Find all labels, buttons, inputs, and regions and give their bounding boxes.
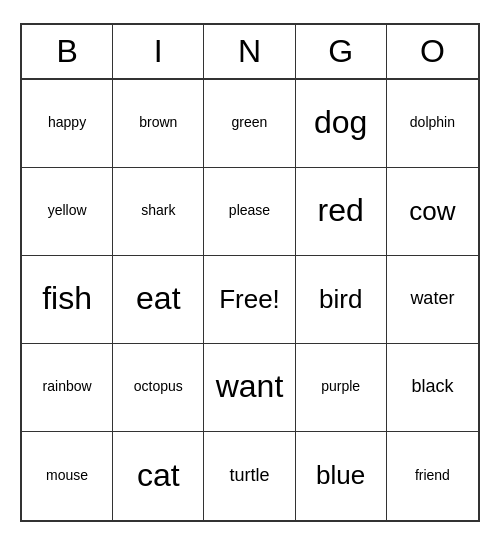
cell-text: shark [141, 203, 175, 218]
header-letter: N [204, 25, 295, 78]
bingo-grid: happybrowngreendogdolphinyellowsharkplea… [22, 80, 478, 520]
bingo-cell: green [204, 80, 295, 168]
cell-text: blue [316, 461, 365, 490]
bingo-cell: Free! [204, 256, 295, 344]
cell-text: happy [48, 115, 86, 130]
cell-text: cat [137, 458, 180, 493]
bingo-cell: happy [22, 80, 113, 168]
bingo-cell: water [387, 256, 478, 344]
cell-text: mouse [46, 468, 88, 483]
cell-text: dog [314, 105, 367, 140]
cell-text: turtle [229, 466, 269, 486]
bingo-cell: fish [22, 256, 113, 344]
cell-text: bird [319, 285, 362, 314]
bingo-cell: red [296, 168, 387, 256]
bingo-cell: eat [113, 256, 204, 344]
bingo-cell: yellow [22, 168, 113, 256]
cell-text: Free! [219, 285, 280, 314]
header-letter: G [296, 25, 387, 78]
cell-text: dolphin [410, 115, 455, 130]
bingo-cell: brown [113, 80, 204, 168]
cell-text: purple [321, 379, 360, 394]
cell-text: red [318, 193, 364, 228]
cell-text: fish [42, 281, 92, 316]
bingo-cell: cow [387, 168, 478, 256]
bingo-card: BINGO happybrowngreendogdolphinyellowsha… [20, 23, 480, 522]
bingo-cell: turtle [204, 432, 295, 520]
cell-text: yellow [48, 203, 87, 218]
header-letter: I [113, 25, 204, 78]
cell-text: cow [409, 197, 455, 226]
bingo-cell: bird [296, 256, 387, 344]
cell-text: rainbow [43, 379, 92, 394]
header-letter: O [387, 25, 478, 78]
cell-text: green [232, 115, 268, 130]
bingo-cell: octopus [113, 344, 204, 432]
bingo-cell: rainbow [22, 344, 113, 432]
cell-text: want [216, 369, 284, 404]
bingo-cell: mouse [22, 432, 113, 520]
bingo-cell: blue [296, 432, 387, 520]
cell-text: water [410, 289, 454, 309]
cell-text: octopus [134, 379, 183, 394]
cell-text: black [411, 377, 453, 397]
bingo-cell: friend [387, 432, 478, 520]
bingo-cell: want [204, 344, 295, 432]
cell-text: friend [415, 468, 450, 483]
cell-text: brown [139, 115, 177, 130]
header-letter: B [22, 25, 113, 78]
cell-text: please [229, 203, 270, 218]
bingo-cell: dolphin [387, 80, 478, 168]
bingo-cell: please [204, 168, 295, 256]
bingo-cell: purple [296, 344, 387, 432]
bingo-cell: cat [113, 432, 204, 520]
bingo-header: BINGO [22, 25, 478, 80]
bingo-cell: dog [296, 80, 387, 168]
bingo-cell: shark [113, 168, 204, 256]
bingo-cell: black [387, 344, 478, 432]
cell-text: eat [136, 281, 180, 316]
